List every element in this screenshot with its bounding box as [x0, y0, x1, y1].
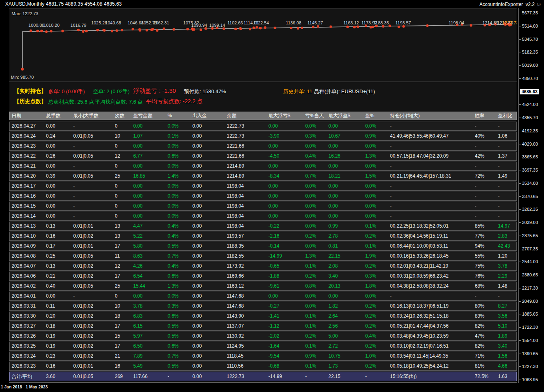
- trade-dots: [21, 22, 512, 70]
- cell-loss-pct-day: 0.7%: [303, 172, 326, 180]
- price-tick-label: 1554.00: [522, 338, 538, 343]
- cell-max-float-loss: 0.00: [266, 182, 303, 190]
- cell-profit-ratio: 42.43: [496, 242, 517, 250]
- cell-date: 2026.04.15: [10, 202, 44, 210]
- cell-deposit-withdraw: 0.00: [190, 282, 225, 290]
- table-row: 2026.04.220.260.01|0.05126.770.6%0.00122…: [9, 152, 517, 161]
- cell-min-max-lots: 0.01|0.02: [71, 262, 113, 270]
- header-profit-ratio: 盈利比: [496, 112, 517, 120]
- cell-max-float-loss: 0.00: [266, 162, 303, 170]
- account-info-panel: 【实时持仓】 多单: 0 (0.00手) 空单: 2 (0.02手) 浮动盈亏 …: [9, 82, 517, 111]
- cell-profit-pct: 1.0%: [363, 352, 388, 360]
- cell-pl-amount: 0.00: [131, 292, 166, 300]
- cell-count: 15: [113, 332, 131, 340]
- cell-profit-ratio: 2.29: [496, 272, 517, 280]
- cell-deposit-withdraw: 0.00: [190, 372, 225, 381]
- cell-loss-pct-day: 0.0%: [303, 302, 326, 310]
- table-row: 2026.03.270.180.01|0.02176.150.5%0.00113…: [9, 322, 517, 331]
- cell-holding-time: 00:57:15|18:47:04|32:20:09: [388, 152, 473, 160]
- cell-loss-pct-day: 0.0%: [303, 202, 326, 210]
- cell-deposit-withdraw: 0.00: [190, 312, 225, 320]
- cell-deposit-withdraw: 0.00: [190, 132, 225, 140]
- cell-total-lots: 0.26: [44, 152, 71, 160]
- price-tick-label: 1885.65: [522, 312, 538, 316]
- cell-loss-pct-day: 0.1%: [303, 262, 326, 270]
- cell-max-float-loss: -2.02: [266, 332, 303, 340]
- price-tick-label: 5514.00: [522, 24, 538, 28]
- table-header-row: 日期总手数最小|大手数次数盈亏金额%出入金余额最大浮亏$亏%当天最大浮盈$盈%持…: [9, 112, 517, 120]
- table-total-row: 合计/平均3.600.01|0.05269117.66-0.001222.73-…: [9, 372, 517, 381]
- cell-total-lots: 0.19: [44, 332, 71, 340]
- balance-point-label: 1102.66: [228, 20, 243, 25]
- chart-max-label: Max: 1222.73: [12, 11, 38, 16]
- cell-profit-pct: 0.1%: [363, 222, 388, 230]
- point-labels: 1000.881010.201016.791025.261040.681046.…: [28, 20, 517, 28]
- cell-max-float-loss: 0.00: [266, 122, 303, 130]
- cell-max-float-profit: 0.00: [326, 182, 363, 190]
- cell-pl-pct: 1.4%: [166, 172, 190, 180]
- cell-profit-pct: -: [363, 372, 388, 381]
- cell-max-float-loss: -4.50: [266, 152, 303, 160]
- cell-date: 2026.04.07: [10, 262, 44, 270]
- cell-pl-amount: 0.00: [131, 142, 166, 150]
- cell-balance: 1110.56: [225, 362, 266, 370]
- cell-profit-pct: 0.0%: [363, 192, 388, 200]
- header-profit-pct: 盈%: [363, 112, 388, 120]
- cell-profit-ratio: -: [496, 142, 517, 150]
- time-axis[interactable]: 1 Jan 2018 1 May 2023: [0, 384, 120, 391]
- table-row: 2026.04.010.00-00.000.0%0.001147.680.000…: [9, 292, 517, 301]
- price-tick-label: 5182.35: [522, 50, 538, 54]
- cell-balance: 1147.68: [225, 302, 266, 310]
- cell-balance: 1198.04: [225, 212, 266, 220]
- cell-balance: 1221.66: [225, 152, 266, 160]
- table-row: 2026.04.200.390.01|0.052516.851.4%0.0012…: [9, 172, 517, 181]
- cell-profit-ratio: 14.97: [496, 222, 517, 230]
- cell-min-max-lots: 0.01|0.01: [71, 362, 113, 370]
- cell-total-lots: 0.11: [44, 302, 71, 310]
- equity-curve-svg[interactable]: 1000.881010.201016.791025.261040.681046.…: [9, 8, 517, 82]
- cell-profit-ratio: 1.37: [496, 152, 517, 160]
- cell-loss-pct-day: 0.1%: [303, 312, 326, 320]
- price-tick-label: 3370.65: [522, 194, 538, 199]
- balance-point-label: 1136.08: [286, 20, 302, 25]
- cell-count: 25: [113, 282, 131, 290]
- cell-holding-time: 00:21:19|64:45:40|157:18:31: [388, 172, 473, 180]
- cell-count: 17: [113, 342, 131, 350]
- cell-max-float-profit: 0.00: [326, 292, 363, 300]
- header-deposit-withdraw: 出入金: [190, 112, 225, 120]
- cell-balance: 1193.57: [225, 232, 266, 240]
- header-pl-pct: %: [166, 112, 190, 120]
- price-tick-label: 1722.30: [522, 325, 538, 330]
- cell-balance: 1118.45: [225, 352, 266, 360]
- price-scale-axis[interactable]: 5677.355514.005345.705182.355019.004850.…: [518, 0, 544, 392]
- price-tick-label: 4029.00: [522, 142, 538, 146]
- cell-date: 2026.04.21: [10, 162, 44, 170]
- cell-pl-amount: 5.80: [131, 242, 166, 250]
- cell-max-float-loss: -0.14: [266, 242, 303, 250]
- cell-date: 2026.04.23: [10, 142, 44, 150]
- cell-win-rate: 71%: [473, 352, 496, 360]
- cell-total-lots: 0.17: [44, 242, 71, 250]
- cell-pl-amount: 6.50: [131, 342, 166, 350]
- cell-max-float-profit: 18.21: [326, 172, 363, 180]
- cell-max-float-profit: 2.64: [326, 312, 363, 320]
- cell-min-max-lots: -: [71, 212, 113, 220]
- cell-max-float-profit: 10.67: [326, 132, 363, 140]
- cell-count: 17: [113, 322, 131, 330]
- cell-count: 0: [113, 192, 131, 200]
- header-count: 次数: [113, 112, 131, 120]
- cell-loss-pct-day: 1.3%: [303, 252, 326, 260]
- cell-total-lots: 0.18: [44, 322, 71, 330]
- cell-profit-ratio: 1.89: [496, 332, 517, 340]
- cell-deposit-withdraw: 0.00: [190, 242, 225, 250]
- table-row: 2026.04.210.00-00.000.0%0.001214.890.000…: [9, 162, 517, 171]
- cell-pl-pct: 0.6%: [166, 312, 190, 320]
- cell-loss-pct-day: 0.0%: [303, 162, 326, 170]
- cell-max-float-loss: 0.00: [266, 292, 303, 300]
- cell-profit-pct: 0.2%: [363, 362, 388, 370]
- cell-loss-pct-day: 0.0%: [303, 122, 326, 130]
- chart-subwindow: Max: 1222.73 Min: 985.70 1000.881010.201…: [9, 8, 517, 383]
- table-row: 2026.03.240.230.01|0.02217.890.7%0.00111…: [9, 352, 517, 361]
- equity-chart[interactable]: Max: 1222.73 Min: 985.70 1000.881010.201…: [9, 8, 517, 82]
- cell-total-lots: 0.20: [44, 312, 71, 320]
